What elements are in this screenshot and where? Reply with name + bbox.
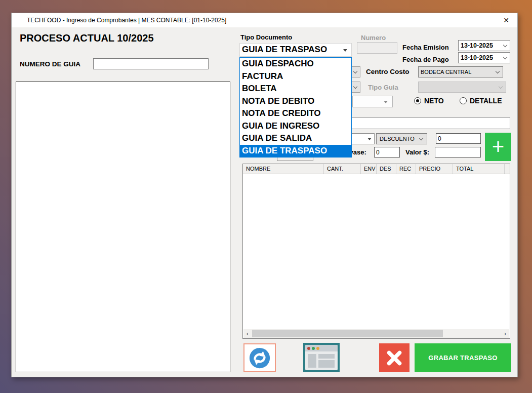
dropdown-option[interactable]: NOTA DE DEBITO <box>240 95 351 108</box>
chevron-down-icon <box>419 136 423 140</box>
form-view-button[interactable] <box>303 343 340 372</box>
scroll-right-icon[interactable]: › <box>501 329 509 338</box>
chevron-down-icon <box>343 49 347 52</box>
descuento-input[interactable] <box>436 133 481 144</box>
refresh-button[interactable] <box>243 343 276 372</box>
centro-costo-combobox[interactable]: BODECA CENTRAL <box>418 66 503 77</box>
descuento-combobox[interactable]: DESCUENTO <box>376 133 427 144</box>
dropdown-option-selected[interactable]: GUIA DE TRASPASO <box>240 145 351 158</box>
dropdown-option[interactable]: GUIA DE SALIDA <box>240 132 351 145</box>
neto-radio[interactable] <box>414 97 421 104</box>
tipo-documento-dropdown: GUIA DESPACHO FACTURA BOLETA NOTA DE DEB… <box>239 57 352 158</box>
chevron-down-icon <box>367 138 372 140</box>
guias-listbox[interactable] <box>16 82 230 372</box>
fecha-emision-value: 13-10-2025 <box>461 42 493 49</box>
chevron-down-icon <box>499 85 503 89</box>
descuento-value: DESCUENTO <box>380 136 415 142</box>
table-header-row: NOMBRE CANT. ENV DES REC PRECIO TOTAL <box>243 164 510 174</box>
dropdown-option[interactable]: GUIA DESPACHO <box>240 58 351 70</box>
neto-label: NETO <box>424 97 444 105</box>
cancel-x-icon <box>385 348 404 368</box>
column-header[interactable]: NOMBRE <box>243 164 324 174</box>
items-table: NOMBRE CANT. ENV DES REC PRECIO TOTAL ‹ … <box>242 164 510 339</box>
chevron-down-icon <box>503 55 507 59</box>
green-dot-icon <box>312 347 315 350</box>
scroll-left-icon[interactable]: ‹ <box>243 329 252 338</box>
title-bar: TECHFOOD - Ingreso de Comprobantes | MES… <box>12 13 517 27</box>
scrollbar-thumb[interactable] <box>252 330 443 337</box>
fecha-emision-label: Fecha Emision <box>402 44 449 51</box>
centro-costo-value: BODECA CENTRAL <box>421 69 471 75</box>
numero-label: Numero <box>361 34 386 42</box>
fecha-pago-picker[interactable]: 13-10-2025 <box>458 52 510 63</box>
valor-label: Valor $: <box>405 148 429 156</box>
centro-costo-label: Centro Costo <box>366 68 410 75</box>
fecha-pago-label: Fecha de Pago <box>402 56 449 63</box>
dropdown-option[interactable]: BOLETA <box>240 83 351 95</box>
dropdown-option[interactable]: NOTA DE CREDITO <box>240 107 351 120</box>
numero-input <box>357 42 397 54</box>
chevron-down-icon <box>384 101 388 103</box>
plus-icon: + <box>492 135 505 159</box>
fecha-pago-value: 13-10-2025 <box>461 54 493 61</box>
column-header[interactable]: DES <box>377 164 396 174</box>
tipo-documento-label: Tipo Documento <box>240 33 292 41</box>
fecha-emision-picker[interactable]: 13-10-2025 <box>458 40 510 51</box>
grabar-traspaso-button[interactable]: GRABAR TRASPASO <box>415 343 511 372</box>
chevron-down-icon <box>496 69 500 73</box>
chevron-down-icon <box>503 43 507 47</box>
column-header[interactable]: REC <box>396 164 416 174</box>
column-header[interactable]: PRECIO <box>416 164 453 174</box>
orange-dot-icon <box>316 347 319 350</box>
numero-guia-input[interactable] <box>93 58 209 69</box>
app-window: TECHFOOD - Ingreso de Comprobantes | MES… <box>11 13 518 377</box>
column-header[interactable]: CANT. <box>324 164 361 174</box>
window-title: TECHFOOD - Ingreso de Comprobantes | MES… <box>27 17 226 24</box>
red-dot-icon <box>307 347 310 350</box>
horizontal-scrollbar[interactable]: ‹ › <box>243 329 509 338</box>
envase-input[interactable] <box>374 147 400 158</box>
chevron-down-icon <box>353 85 357 89</box>
add-item-button[interactable]: + <box>485 133 511 161</box>
detalle-label: DETALLE <box>470 97 502 105</box>
numero-guia-label: NUMERO DE GUIA <box>20 60 80 68</box>
window-layout-icon <box>305 345 338 370</box>
valor-input[interactable] <box>435 147 481 158</box>
tipo-guia-combobox <box>418 82 506 93</box>
column-header-filler <box>505 164 510 174</box>
tipo-documento-value: GUIA DE TRASPASO <box>242 45 327 55</box>
cancel-button[interactable] <box>379 343 410 372</box>
tipo-guia-label: Tipo Guia <box>368 84 398 91</box>
column-header[interactable]: ENV <box>361 164 377 174</box>
detalle-radio[interactable] <box>460 97 467 104</box>
tipo-documento-combobox[interactable]: GUIA DE TRASPASO <box>239 43 352 57</box>
small-combobox[interactable] <box>352 96 393 107</box>
close-icon[interactable]: ✕ <box>500 15 512 26</box>
column-header[interactable]: TOTAL <box>453 164 505 174</box>
page-title: PROCESO ACTUAL 10/2025 <box>20 32 154 44</box>
chevron-down-icon <box>353 69 357 73</box>
dropdown-option[interactable]: FACTURA <box>240 70 351 83</box>
refresh-icon <box>248 346 271 370</box>
dropdown-option[interactable]: GUIA DE INGRESO <box>240 120 351 133</box>
